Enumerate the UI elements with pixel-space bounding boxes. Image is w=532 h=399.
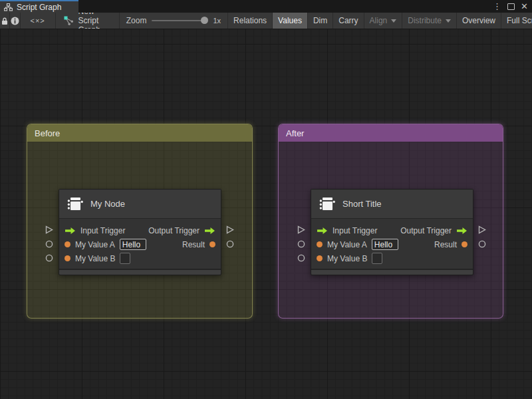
- value-b-label: My Value B: [75, 254, 115, 263]
- value-a-field[interactable]: [120, 239, 146, 250]
- flow-output-port[interactable]: [225, 223, 235, 237]
- code-icon: <×>: [30, 17, 45, 25]
- info-icon: [11, 17, 19, 25]
- group-before-label: Before: [35, 128, 60, 138]
- value-b-field[interactable]: [120, 253, 130, 264]
- port-row-value-b: My Value B: [311, 251, 473, 265]
- new-script-graph-button[interactable]: New Script Graph: [56, 13, 120, 29]
- flow-output-port[interactable]: [477, 223, 487, 237]
- unit-node-icon: [66, 196, 84, 212]
- new-script-graph-label: New Script Graph: [78, 13, 111, 29]
- overview-label: Overview: [462, 16, 495, 25]
- value-dot-icon[interactable]: [65, 255, 70, 261]
- graph-toolbar: <×> New Script Graph Zoom 1x Relatio: [0, 13, 532, 29]
- flow-in-label: Input Trigger: [332, 226, 377, 235]
- node-box: My Node Input Trigger Output Trigger: [59, 189, 221, 275]
- zoom-slider[interactable]: [152, 20, 207, 21]
- result-label: Result: [434, 240, 457, 249]
- flow-out-label: Output Trigger: [400, 226, 452, 235]
- group-after-label: After: [286, 128, 304, 138]
- window-controls: ⋮ ✕: [493, 0, 532, 13]
- tab-accent-line: [0, 0, 78, 1]
- chevron-down-icon: [446, 19, 451, 23]
- distribute-label: Distribute: [408, 16, 442, 25]
- node-box: Short Title Input Trigger Output Trigger: [311, 189, 473, 275]
- node-ports: Input Trigger Output Trigger My Valu: [311, 219, 473, 269]
- flow-arrow-icon[interactable]: [317, 227, 328, 235]
- distribute-dropdown[interactable]: Distribute: [402, 13, 457, 29]
- tab-bar: Script Graph ⋮ ✕: [0, 0, 532, 13]
- tab-script-graph[interactable]: Script Graph: [0, 0, 78, 13]
- dim-label: Dim: [313, 16, 327, 25]
- node-my-node: My Node Input Trigger Output Trigger: [59, 189, 221, 275]
- node-my-node-input-ports: [45, 223, 54, 265]
- node-header[interactable]: Short Title: [311, 190, 473, 219]
- value-input-port[interactable]: [45, 237, 54, 251]
- group-before-header[interactable]: Before: [27, 124, 252, 142]
- value-a-field[interactable]: [372, 239, 398, 250]
- node-title: Short Title: [342, 199, 382, 209]
- flow-input-port[interactable]: [297, 223, 306, 237]
- value-input-port[interactable]: [45, 251, 54, 265]
- lock-button[interactable]: [0, 13, 10, 29]
- value-b-label: My Value B: [327, 254, 367, 263]
- flow-input-port[interactable]: [45, 223, 54, 237]
- carry-label: Carry: [338, 16, 358, 25]
- zoom-label: Zoom: [126, 16, 147, 25]
- relations-button[interactable]: Relations: [228, 13, 273, 29]
- port-row-value-a: My Value A Result: [311, 237, 473, 251]
- port-row-value-a: My Value A Result: [59, 237, 221, 251]
- window-close-icon[interactable]: ✕: [521, 2, 528, 11]
- info-button[interactable]: [10, 13, 21, 29]
- value-output-port[interactable]: [225, 237, 235, 251]
- value-dot-icon[interactable]: [65, 241, 70, 247]
- overview-button[interactable]: Overview: [457, 13, 501, 29]
- result-label: Result: [182, 240, 205, 249]
- value-a-label: My Value A: [75, 240, 115, 249]
- flow-arrow-icon[interactable]: [65, 227, 76, 235]
- value-a-label: My Value A: [327, 240, 367, 249]
- group-after-header[interactable]: After: [279, 124, 503, 142]
- node-footer: [59, 269, 221, 275]
- graph-canvas[interactable]: Before After: [0, 29, 532, 399]
- value-b-field[interactable]: [372, 253, 382, 264]
- value-dot-icon[interactable]: [317, 255, 323, 261]
- zoom-slider-handle[interactable]: [201, 17, 208, 24]
- node-ports: Input Trigger Output Trigger My Valu: [59, 219, 221, 269]
- value-input-port[interactable]: [297, 237, 306, 251]
- node-header[interactable]: My Node: [59, 190, 221, 219]
- node-short-title-output-ports: [477, 223, 487, 251]
- align-dropdown[interactable]: Align: [364, 13, 403, 29]
- node-title: My Node: [90, 199, 125, 209]
- node-short-title: Short Title Input Trigger Output Trigger: [311, 189, 473, 275]
- align-label: Align: [370, 16, 388, 25]
- graph-hierarchy-icon: [4, 3, 13, 11]
- port-row-flow: Input Trigger Output Trigger: [311, 223, 473, 237]
- values-button[interactable]: Values: [273, 13, 308, 29]
- window-menu-icon[interactable]: ⋮: [493, 2, 501, 11]
- value-dot-icon[interactable]: [317, 241, 323, 247]
- flow-arrow-icon[interactable]: [456, 227, 467, 235]
- code-preview-button[interactable]: <×>: [21, 13, 56, 29]
- chevron-down-icon: [391, 19, 396, 23]
- script-graph-window: Script Graph ⋮ ✕: [0, 0, 532, 399]
- value-dot-icon[interactable]: [209, 241, 215, 247]
- lock-icon: [1, 17, 9, 25]
- fullscreen-label: Full Screen: [507, 16, 532, 25]
- node-footer: [311, 269, 473, 275]
- unit-node-icon: [319, 196, 336, 212]
- node-short-title-input-ports: [297, 223, 306, 265]
- carry-button[interactable]: Carry: [333, 13, 364, 29]
- dim-button[interactable]: Dim: [308, 13, 333, 29]
- tab-title: Script Graph: [17, 3, 61, 12]
- fullscreen-button[interactable]: Full Screen: [501, 13, 532, 29]
- flow-in-label: Input Trigger: [80, 226, 125, 235]
- window-maximize-icon[interactable]: [507, 3, 515, 10]
- value-output-port[interactable]: [477, 237, 487, 251]
- value-dot-icon[interactable]: [462, 241, 467, 247]
- graph-node-icon: [64, 16, 74, 25]
- value-input-port[interactable]: [297, 251, 306, 265]
- flow-out-label: Output Trigger: [148, 226, 200, 235]
- flow-arrow-icon[interactable]: [204, 227, 215, 235]
- relations-label: Relations: [233, 16, 267, 25]
